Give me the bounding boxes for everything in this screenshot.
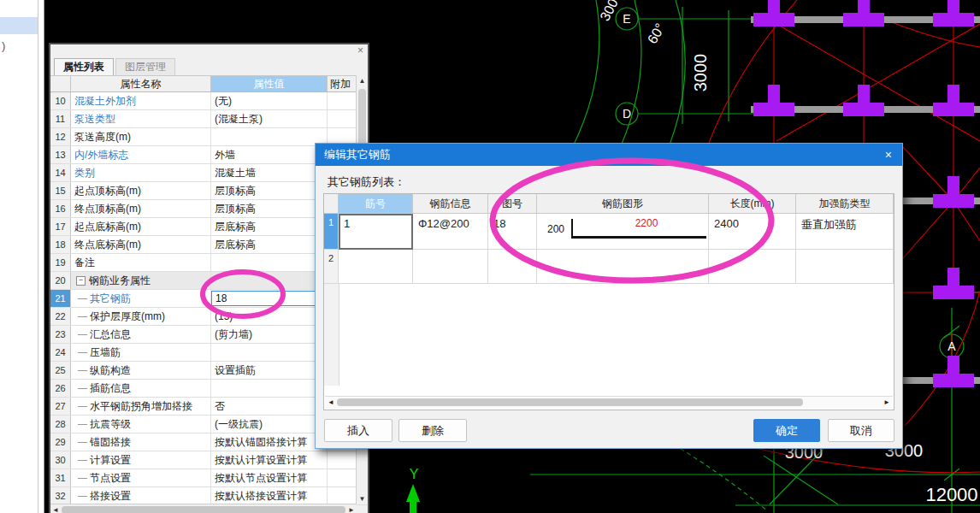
prop-value[interactable]: 按默认锚固搭接计算	[211, 433, 328, 451]
row-number[interactable]: 2	[324, 250, 339, 284]
col-rebar-info[interactable]: 钢筋信息	[413, 194, 488, 213]
row-number[interactable]: 32	[50, 487, 71, 504]
col-length-mm[interactable]: 长度(mm)	[709, 194, 796, 213]
prop-value[interactable]: 18	[211, 290, 328, 307]
row-number[interactable]: 26	[50, 380, 71, 397]
prop-name[interactable]: 抗震等级	[71, 416, 211, 433]
prop-name[interactable]: 起点顶标高(m)	[71, 182, 211, 199]
row-number[interactable]: 28	[50, 416, 71, 433]
length-cell[interactable]: 2400	[709, 214, 796, 250]
ok-button[interactable]: 确定	[753, 419, 820, 442]
row-number[interactable]: 21	[50, 290, 71, 307]
prop-row-32[interactable]: 32搭接设置按默认搭接设置计算	[50, 487, 368, 505]
other-rebar-value-input[interactable]: 18	[211, 291, 320, 306]
row-number[interactable]: 12	[50, 128, 71, 145]
panel-close-icon[interactable]: ×	[357, 45, 363, 56]
prop-name[interactable]: 备注	[71, 254, 211, 271]
prop-value[interactable]: 按默认计算设置计算	[211, 451, 328, 469]
cancel-button[interactable]: 取消	[828, 419, 894, 442]
col-reinforce-type[interactable]: 加强筋类型	[796, 194, 894, 213]
row-number[interactable]: 30	[50, 451, 71, 469]
scroll-right-icon[interactable]: ►	[348, 506, 355, 513]
col-extra[interactable]: 附加	[328, 76, 357, 91]
prop-name[interactable]: 泵送高度(m)	[71, 128, 211, 145]
scroll-up-icon[interactable]: ▲	[357, 77, 368, 85]
col-bar-number[interactable]: 筋号	[339, 194, 413, 213]
bar-number-cell[interactable]: 1	[339, 214, 413, 250]
row-number[interactable]: 1	[324, 214, 339, 250]
prop-value[interactable]: 设置插筋	[211, 362, 328, 379]
scrollbar-thumb[interactable]	[62, 506, 345, 513]
prop-name[interactable]: 汇总信息	[71, 326, 211, 343]
row-number[interactable]: 20	[50, 272, 71, 289]
prop-name[interactable]: 终点顶标高(m)	[71, 200, 211, 217]
prop-value[interactable]: 否	[211, 398, 328, 415]
prop-name[interactable]: 终点底标高(m)	[71, 236, 211, 253]
row-number[interactable]: 14	[50, 164, 71, 181]
row-number[interactable]: 17	[50, 218, 71, 235]
reinforce-type-cell[interactable]: 垂直加强筋	[796, 214, 894, 250]
row-number[interactable]: 19	[50, 254, 71, 271]
prop-value[interactable]: (剪力墙)	[211, 326, 328, 343]
prop-value[interactable]: 层顶标高	[211, 200, 328, 217]
prop-name[interactable]: 泵送类型	[71, 110, 211, 127]
row-number[interactable]: 16	[50, 200, 71, 217]
prop-value[interactable]: 混凝土墙	[211, 164, 328, 181]
row-number[interactable]: 18	[50, 236, 71, 253]
rebar-shape-cell[interactable]: 200 2200	[537, 214, 709, 250]
prop-name[interactable]: 插筋信息	[71, 380, 211, 397]
col-property-value[interactable]: 属性值	[211, 76, 328, 91]
prop-row-11[interactable]: 11泵送类型(混凝土泵)	[50, 110, 368, 128]
prop-name[interactable]: 搭接设置	[71, 487, 211, 504]
scroll-left-icon[interactable]: ◄	[328, 398, 334, 406]
prop-value[interactable]: 按默认节点设置计算	[211, 469, 328, 486]
prop-value[interactable]	[211, 380, 328, 397]
row-number[interactable]: 11	[50, 110, 71, 127]
col-property-name[interactable]: 属性名称	[71, 76, 211, 91]
figure-number-cell[interactable]: 18	[488, 214, 537, 250]
prop-row-30[interactable]: 30计算设置按默认计算设置计算	[50, 451, 368, 469]
prop-value[interactable]: 层顶标高	[211, 182, 328, 199]
prop-name[interactable]: 混凝土外加剂	[71, 92, 211, 109]
prop-name[interactable]: 起点底标高(m)	[71, 218, 211, 235]
prop-value[interactable]: (混凝土泵)	[211, 110, 328, 127]
prop-value[interactable]: 层底标高	[211, 236, 328, 253]
prop-row-31[interactable]: 31节点设置按默认节点设置计算	[50, 469, 368, 487]
prop-name[interactable]: 纵筋构造	[71, 362, 211, 379]
prop-name[interactable]: 内/外墙标志	[71, 146, 211, 163]
prop-value[interactable]: (15)	[211, 308, 328, 325]
prop-value[interactable]: 层底标高	[211, 218, 328, 235]
prop-value[interactable]: 外墙	[211, 146, 328, 163]
prop-value[interactable]	[211, 128, 328, 145]
dialog-close-icon[interactable]: ×	[885, 144, 892, 166]
prop-name[interactable]: −钢筋业务属性	[71, 272, 211, 289]
row-number[interactable]: 23	[50, 326, 71, 343]
prop-value[interactable]: (一级抗震)	[211, 416, 328, 433]
tab-property-list[interactable]: 属性列表	[54, 58, 114, 75]
prop-name[interactable]: 压墙筋	[71, 344, 211, 361]
row-number[interactable]: 24	[50, 344, 71, 361]
prop-name[interactable]: 水平钢筋拐角增加搭接	[71, 398, 211, 415]
prop-value[interactable]: 按默认搭接设置计算	[211, 487, 328, 504]
prop-row-10[interactable]: 10混凝土外加剂(无)	[50, 92, 368, 110]
prop-name[interactable]: 其它钢筋	[71, 290, 211, 307]
prop-name[interactable]: 计算设置	[71, 451, 211, 469]
row-number[interactable]: 15	[50, 182, 71, 199]
prop-name[interactable]: 保护层厚度(mm)	[71, 308, 211, 325]
row-number[interactable]: 25	[50, 362, 71, 379]
prop-value[interactable]	[211, 272, 328, 289]
prop-value[interactable]: (无)	[211, 92, 328, 109]
prop-value[interactable]	[211, 344, 328, 361]
col-rebar-shape[interactable]: 钢筋图形	[537, 194, 709, 213]
row-number[interactable]: 13	[50, 146, 71, 163]
row-number[interactable]: 29	[50, 433, 71, 451]
insert-button[interactable]: 插入	[324, 419, 393, 442]
scroll-left-icon[interactable]: ◄	[52, 506, 59, 513]
prop-name[interactable]: 锚固搭接	[71, 433, 211, 451]
delete-button[interactable]: 删除	[398, 419, 467, 442]
panel-horizontal-scrollbar[interactable]: ◄ ►	[50, 504, 357, 513]
scroll-down-icon[interactable]: ▼	[357, 495, 368, 503]
dialog-horizontal-scrollbar[interactable]: ◄ ►	[325, 396, 893, 409]
scroll-right-icon[interactable]: ►	[883, 398, 890, 406]
prop-name[interactable]: 类别	[71, 164, 211, 181]
